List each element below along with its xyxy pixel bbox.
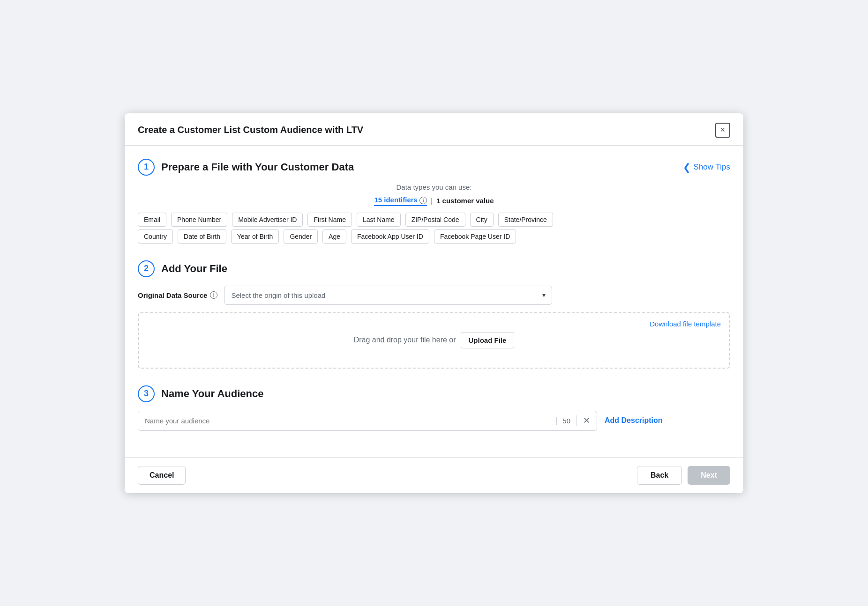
cancel-button[interactable]: Cancel (138, 466, 186, 485)
data-types-label: Data types you can use: (138, 183, 730, 191)
tag: Phone Number (171, 213, 227, 227)
back-button[interactable]: Back (637, 466, 682, 485)
tag: Last Name (357, 213, 401, 227)
add-description-button[interactable]: Add Description (605, 416, 663, 425)
tag: Email (138, 213, 166, 227)
tag: Facebook App User ID (351, 229, 429, 244)
download-template-link[interactable]: Download file template (650, 320, 721, 328)
show-tips-button[interactable]: ❮ Show Tips (683, 162, 730, 173)
modal-header: Create a Customer List Custom Audience w… (125, 113, 743, 146)
step-3-circle: 3 (138, 385, 155, 402)
tag: State/Province (498, 213, 553, 227)
identifiers-count: 15 identifiers i (374, 196, 427, 206)
footer-right: Back Next (637, 466, 730, 485)
tag: Date of Birth (178, 229, 226, 244)
modal-title: Create a Customer List Custom Audience w… (138, 125, 363, 135)
step-1-circle: 1 (138, 159, 155, 176)
section-3-title-group: 3 Name Your Audience (138, 385, 730, 402)
clear-input-button[interactable]: ✕ (576, 415, 597, 426)
section-1-title-group: 1 Prepare a File with Your Customer Data (138, 159, 354, 176)
tag: First Name (307, 213, 352, 227)
section-3: 3 Name Your Audience 50 ✕ Add Descriptio… (138, 385, 730, 431)
audience-input-row: 50 ✕ Add Description (138, 411, 730, 431)
section-2: 2 Add Your File Original Data Source i S… (138, 260, 730, 369)
section-3-title: Name Your Audience (161, 388, 263, 400)
step-2-circle: 2 (138, 260, 155, 277)
tag: Mobile Advertiser ID (232, 213, 303, 227)
next-button[interactable]: Next (688, 466, 730, 485)
divider: | (431, 197, 433, 205)
chevron-left-icon: ❮ (683, 162, 691, 173)
upload-area: Download file template Drag and drop you… (138, 312, 730, 369)
data-source-info-icon[interactable]: i (210, 291, 217, 299)
tag: City (470, 213, 494, 227)
close-button[interactable]: × (715, 123, 730, 138)
upload-file-button[interactable]: Upload File (461, 332, 515, 348)
section-1-header: 1 Prepare a File with Your Customer Data… (138, 159, 730, 176)
modal-body: 1 Prepare a File with Your Customer Data… (125, 146, 743, 457)
tag: Gender (284, 229, 318, 244)
drag-drop-text: Drag and drop your file here or (354, 336, 456, 344)
section-1-title: Prepare a File with Your Customer Data (161, 161, 354, 173)
info-icon[interactable]: i (419, 197, 427, 204)
show-tips-label: Show Tips (694, 163, 730, 172)
tags-row-2: CountryDate of BirthYear of BirthGenderA… (138, 229, 730, 244)
tags-row-1: EmailPhone NumberMobile Advertiser IDFir… (138, 213, 730, 227)
data-source-label: Original Data Source i (138, 291, 217, 299)
tag: Year of Birth (231, 229, 279, 244)
identifiers-row: 15 identifiers i | 1 customer value (138, 196, 730, 206)
tag: Age (322, 229, 346, 244)
audience-name-input[interactable] (138, 411, 556, 430)
data-source-row: Original Data Source i Select the origin… (138, 286, 730, 305)
modal-footer: Cancel Back Next (125, 457, 743, 493)
customer-value: 1 customer value (436, 197, 494, 205)
section-2-title-group: 2 Add Your File (138, 260, 730, 277)
data-source-select[interactable]: Select the origin of this upload (224, 286, 552, 305)
tag: Country (138, 229, 173, 244)
modal: Create a Customer List Custom Audience w… (125, 113, 743, 493)
section-2-title: Add Your File (161, 263, 227, 275)
tag: Facebook Page User ID (434, 229, 516, 244)
section-1: 1 Prepare a File with Your Customer Data… (138, 159, 730, 244)
char-count: 50 (556, 417, 576, 425)
tag: ZIP/Postal Code (405, 213, 465, 227)
upload-content: Drag and drop your file here or Upload F… (148, 332, 720, 348)
data-source-select-wrapper: Select the origin of this upload ▾ (224, 286, 552, 305)
audience-input-wrapper: 50 ✕ (138, 411, 597, 431)
